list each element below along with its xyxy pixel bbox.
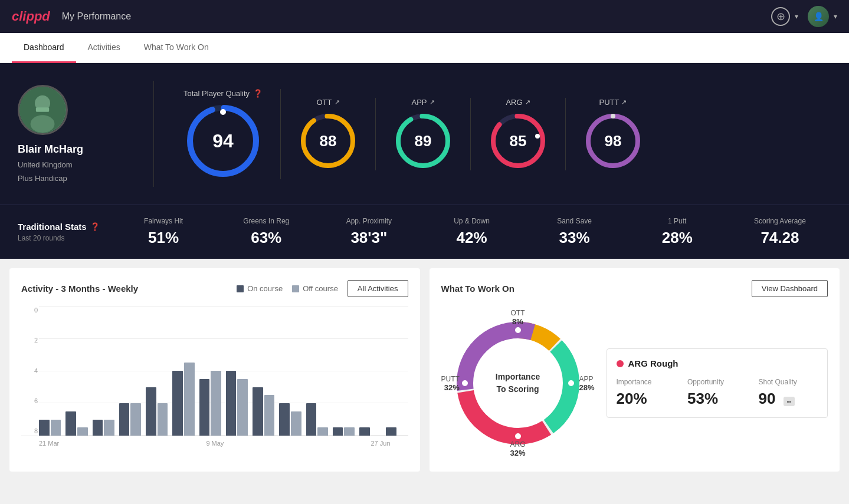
app-gauge: 89 [394,111,453,170]
bar-off-11 [344,427,355,436]
stat-name-gir: Greens In Reg [215,217,317,225]
tab-activities[interactable]: Activities [76,33,132,63]
ott-label: OTT ↗ [317,98,340,107]
divider-vertical-1 [153,81,154,187]
bar-off-8 [264,395,275,436]
player-avatar-inner [19,87,66,133]
stat-name-app: App. Proximity [317,217,420,225]
info-metrics: Importance 20% Opportunity 53% Shot Qual… [617,378,818,408]
work-content: ImportanceTo Scoring OTT 8% APP 28% ARG … [441,307,828,460]
stat-name-sand: Sand Save [523,217,626,225]
info-opportunity-label: Opportunity [687,378,747,386]
stat-value-scoring: 74.28 [729,229,831,247]
donut-center-label: ImportanceTo Scoring [496,371,540,396]
add-button[interactable]: ⊕ [771,7,790,26]
activity-title: Activity - 3 Months - Weekly [21,284,138,294]
y-tick-4: 4 [21,367,38,374]
svg-point-22 [515,327,521,333]
trad-sublabel: Last 20 rounds [18,234,112,242]
header-left: clippd My Performance [12,9,131,24]
bar-off-6 [211,371,221,436]
legend-off-course-dot [292,285,299,292]
x-axis: 21 Mar 9 May 27 Jun [21,436,408,447]
bar-on-4 [146,387,156,436]
svg-rect-3 [36,107,49,111]
info-card-title-row: ARG Rough [617,358,818,368]
bar-group-1 [65,411,87,436]
info-shot-quality-badge: ▪▪ [784,397,795,406]
trad-label: Traditional Stats ❓ [18,222,112,232]
stat-value-sand: 33% [523,229,626,247]
bar-off-2 [104,420,114,436]
work-card-header: What To Work On View Dashboard [441,280,828,297]
grid-line-50 [39,371,408,371]
bar-on-9 [279,403,290,436]
x-tick-jun: 27 Jun [371,440,390,447]
all-activities-button[interactable]: All Activities [348,280,408,297]
activity-legend: On course Off course [237,284,338,293]
bar-on-13 [386,427,396,436]
view-dashboard-button[interactable]: View Dashboard [752,280,828,297]
putt-label: PUTT ↗ [599,98,627,107]
stat-value-gir: 63% [215,229,317,247]
svg-point-13 [535,134,540,139]
app-arrow-icon: ↗ [430,98,435,106]
stat-name-updown: Up & Down [420,217,523,225]
info-shot-quality-value: 90 ▪▪ [759,390,818,408]
player-name: Blair McHarg [18,143,83,156]
add-dropdown-arrow: ▾ [795,12,798,21]
avatar[interactable]: 👤 [808,6,829,27]
bar-on-8 [253,387,263,436]
work-title: What To Work On [441,284,514,294]
activity-card-header: Activity - 3 Months - Weekly On course O… [21,280,408,297]
player-handicap: Plus Handicap [18,174,67,183]
info-importance: Importance 20% [617,378,676,408]
trad-label-block: Traditional Stats ❓ Last 20 rounds [18,222,112,242]
y-tick-8: 8 [21,427,38,434]
ott-score: OTT ↗ 88 [281,98,376,170]
bar-off-1 [77,427,88,436]
arg-score: ARG ↗ 85 [471,98,566,170]
bar-off-4 [158,403,168,436]
info-dot-icon [617,360,624,367]
stat-name-fairways: Fairways Hit [112,217,215,225]
stat-1-putt: 1 Putt 28% [626,217,729,247]
activity-card: Activity - 3 Months - Weekly On course O… [9,268,420,472]
info-card-name: ARG Rough [628,358,678,368]
stats-banner: Blair McHarg United Kingdom Plus Handica… [0,63,849,205]
grid-line-25 [39,403,408,403]
bar-on-6 [199,379,210,436]
bar-on-5 [172,371,183,436]
avatar-dropdown-arrow: ▾ [834,12,837,21]
total-quality: Total Player Quality ❓ 94 [166,89,281,179]
y-tick-6: 6 [21,397,38,404]
bar-on-11 [333,427,343,436]
traditional-stats: Traditional Stats ❓ Last 20 rounds Fairw… [0,205,849,259]
seg-label-putt: PUTT 32% [441,375,460,392]
tab-dashboard[interactable]: Dashboard [12,33,76,63]
bar-group-10 [306,403,328,436]
bar-group-4 [146,387,168,436]
info-shot-quality-label: Shot Quality [759,378,818,386]
app-value: 89 [415,131,432,150]
grid-line-75 [39,338,408,339]
bar-chart-wrapper: 8 6 4 2 0 21 Mar 9 May 27 Jun [21,307,408,447]
bar-group-0 [39,420,61,436]
stat-value-fairways: 51% [112,229,215,247]
bar-chart: 8 6 4 2 0 [21,307,408,436]
bar-group-8 [253,387,274,436]
ott-gauge: 88 [299,111,358,170]
ott-value: 88 [320,131,337,150]
seg-label-ott: OTT 8% [511,309,525,326]
y-tick-2: 2 [21,337,38,344]
tab-what-to-work-on[interactable]: What To Work On [132,33,221,63]
info-opportunity: Opportunity 53% [687,378,747,408]
info-importance-value: 20% [617,390,676,408]
donut-chart-container: ImportanceTo Scoring OTT 8% APP 28% ARG … [441,307,595,460]
legend-on-course-dot [237,285,244,292]
bar-group-13 [386,427,408,436]
work-card: What To Work On View Dashboard [430,268,840,472]
stat-name-1putt: 1 Putt [626,217,729,225]
svg-point-16 [611,114,615,118]
stat-value-app: 38'3" [317,229,420,247]
